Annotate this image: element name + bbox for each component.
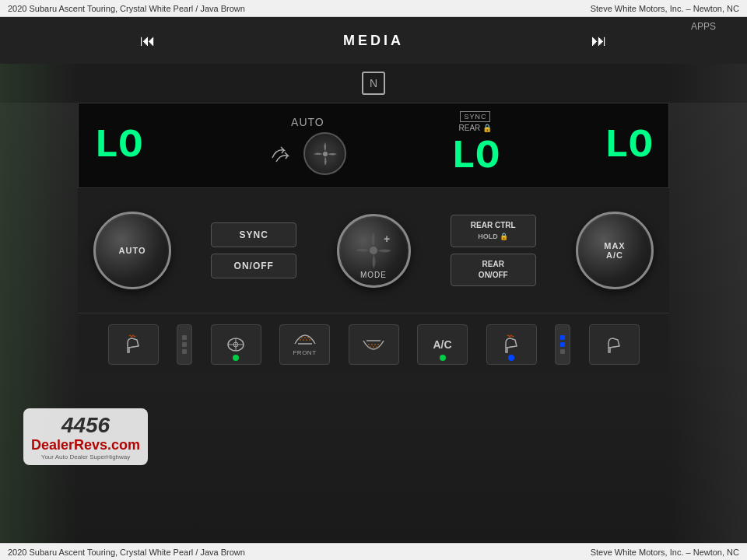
footer-dealer: Steve White Motors, Inc. – Newton, NC (591, 548, 739, 557)
seat-heat-left-level-button[interactable] (177, 324, 192, 365)
nfc-area: N (0, 64, 747, 103)
seat-icon-right (500, 334, 523, 355)
prev-track-button[interactable]: ⏮ (140, 32, 156, 50)
climate-display-panel: LO AUTO (78, 103, 669, 188)
nfc-icon: N (362, 72, 385, 95)
page-footer: 2020 Subaru Ascent Touring, Crystal Whit… (0, 543, 747, 560)
seat-heat-right-outer-button[interactable] (486, 324, 537, 365)
mode-knob-svg: + (346, 223, 401, 278)
right-reflection (669, 17, 747, 543)
onoff-button[interactable]: ON/OFF (211, 254, 296, 278)
rear-defrost-button[interactable] (349, 324, 399, 365)
fan-speed-display (303, 132, 346, 175)
vent-indicator (233, 355, 239, 361)
svg-point-0 (323, 152, 328, 156)
auto-knob-label: AUTO (119, 246, 146, 255)
front-defrost-icon (293, 332, 317, 348)
vent-icon (224, 334, 247, 355)
watermark-title: DealerRevs.com (31, 438, 140, 452)
sync-button[interactable]: SYNC (211, 222, 296, 247)
left-temp-display: LO (94, 123, 164, 169)
svg-point-2 (335, 153, 336, 155)
ac-indicator (440, 355, 446, 361)
watermark-number: 4456 (31, 413, 140, 438)
fan-svg (310, 138, 341, 170)
seat-heat-right-button[interactable] (589, 324, 640, 365)
dealer-watermark: 4456 DealerRevs.com Your Auto Dealer Sup… (23, 408, 148, 465)
right-temp-display: LO (605, 123, 653, 169)
rear-onoff-button[interactable]: REAR ON/OFF (451, 254, 536, 286)
seat-heat-right-indicator (508, 355, 514, 361)
climate-center-display: AUTO (268, 116, 346, 175)
left-temp-value: LO (94, 123, 164, 169)
media-label: MEDIA (343, 33, 404, 49)
media-unit: APPS ⏮ MEDIA ⏭ N (0, 17, 747, 103)
seat-heat-left-outer-button[interactable] (108, 324, 159, 365)
seat-icon (121, 334, 145, 355)
rear-defrost-icon (362, 337, 385, 352)
mode-display-row (268, 132, 346, 175)
main-content: APPS ⏮ MEDIA ⏭ N LO AUTO (0, 17, 747, 543)
ac-label: A/C (433, 338, 451, 351)
vent-button[interactable] (211, 324, 261, 365)
media-top-bar: APPS ⏮ MEDIA ⏭ (0, 17, 747, 64)
svg-point-4 (370, 247, 377, 254)
max-ac-knob[interactable]: MAX A/C (576, 212, 654, 289)
rear-ctrl-sub: HOLD 🔒 (478, 233, 508, 240)
nfc-symbol: N (370, 77, 377, 89)
svg-text:+: + (384, 233, 390, 245)
auto-temperature-knob[interactable]: AUTO (93, 212, 171, 289)
svg-point-3 (314, 153, 316, 155)
climate-controls: AUTO SYNC ON/OFF + MODE REAR CTRL (78, 188, 669, 313)
rear-display-label: REAR 🔒 (459, 124, 493, 132)
header-title: 2020 Subaru Ascent Touring, Crystal Whit… (8, 4, 591, 13)
rear-controls-cluster: REAR CTRL HOLD 🔒 REAR ON/OFF (451, 215, 536, 286)
auto-display-label: AUTO (291, 116, 324, 128)
mode-knob-label: MODE (360, 271, 387, 279)
right-temp-value: LO (605, 123, 653, 169)
bottom-function-buttons: FRONT A/C (78, 313, 669, 375)
max-ac-label: MAX A/C (604, 241, 625, 260)
footer-title: 2020 Subaru Ascent Touring, Crystal Whit… (8, 548, 591, 557)
sync-onoff-cluster: SYNC ON/OFF (211, 222, 296, 278)
rear-temp-value: LO (451, 134, 500, 180)
header-dealer: Steve White Motors, Inc. – Newton, NC (591, 4, 739, 13)
ac-button[interactable]: A/C (417, 324, 468, 365)
page-header: 2020 Subaru Ascent Touring, Crystal Whit… (0, 0, 747, 17)
next-track-button[interactable]: ⏭ (591, 32, 607, 50)
front-defrost-button[interactable]: FRONT (279, 324, 330, 365)
front-defrost-label: FRONT (293, 349, 316, 356)
apps-button[interactable]: APPS (691, 21, 716, 32)
seat-heat-right-level-button[interactable] (555, 324, 570, 365)
mode-knob[interactable]: + MODE (337, 214, 411, 288)
sync-rear-area: SYNC REAR 🔒 LO (451, 111, 500, 180)
sync-display-box: SYNC (460, 111, 490, 122)
watermark-sub: Your Auto Dealer SuperHighway (31, 453, 140, 460)
svg-point-1 (324, 143, 326, 145)
rear-ctrl-button[interactable]: REAR CTRL HOLD 🔒 (451, 215, 536, 247)
airflow-icon (268, 142, 296, 166)
seat-icon-right2 (602, 334, 626, 355)
lock-icon: 🔒 (482, 124, 492, 132)
